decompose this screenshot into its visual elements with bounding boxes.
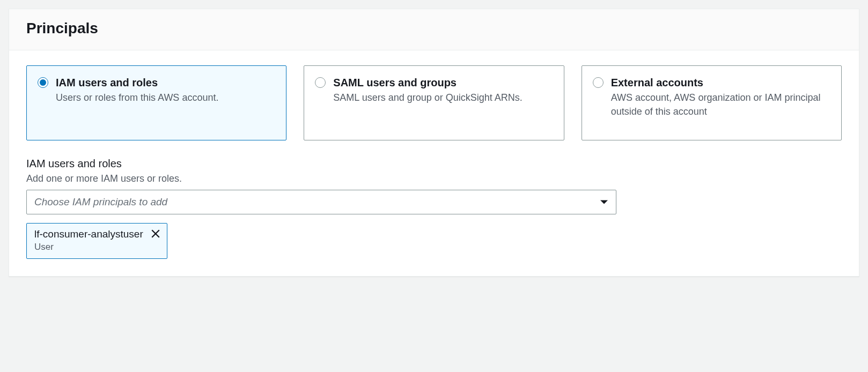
radio-title-external: External accounts (611, 76, 830, 90)
radio-desc-external: AWS account, AWS organization or IAM pri… (611, 91, 830, 118)
radio-tile-saml-users-groups[interactable]: SAML users and groups SAML users and gro… (304, 65, 564, 140)
remove-token-button[interactable] (151, 228, 160, 240)
radio-icon (593, 77, 604, 88)
radio-icon (38, 77, 48, 88)
select-placeholder: Choose IAM principals to add (34, 196, 167, 208)
radio-desc-iam: Users or roles from this AWS account. (56, 91, 275, 105)
token-item: lf-consumer-analystuser User (26, 223, 167, 259)
panel-body: IAM users and roles Users or roles from … (9, 50, 859, 276)
radio-desc-saml: SAML users and group or QuickSight ARNs. (333, 91, 553, 105)
iam-principals-section: IAM users and roles Add one or more IAM … (26, 158, 842, 259)
selected-principals-tokens: lf-consumer-analystuser User (26, 223, 842, 259)
chevron-down-icon (600, 200, 608, 204)
panel-header: Principals (9, 9, 859, 50)
close-icon (151, 229, 160, 239)
section-label: IAM users and roles (26, 158, 842, 170)
iam-principals-select[interactable]: Choose IAM principals to add (26, 190, 616, 214)
token-type: User (34, 241, 143, 253)
radio-tile-external-accounts[interactable]: External accounts AWS account, AWS organ… (582, 65, 842, 140)
radio-tile-iam-users-roles[interactable]: IAM users and roles Users or roles from … (26, 65, 286, 140)
panel-title: Principals (26, 20, 842, 37)
token-name: lf-consumer-analystuser (34, 228, 143, 241)
section-sublabel: Add one or more IAM users or roles. (26, 173, 842, 184)
principal-type-radio-group: IAM users and roles Users or roles from … (26, 65, 842, 140)
radio-title-iam: IAM users and roles (56, 76, 275, 90)
radio-icon (315, 77, 326, 88)
principals-panel: Principals IAM users and roles Users or … (9, 9, 859, 277)
radio-title-saml: SAML users and groups (333, 76, 553, 90)
